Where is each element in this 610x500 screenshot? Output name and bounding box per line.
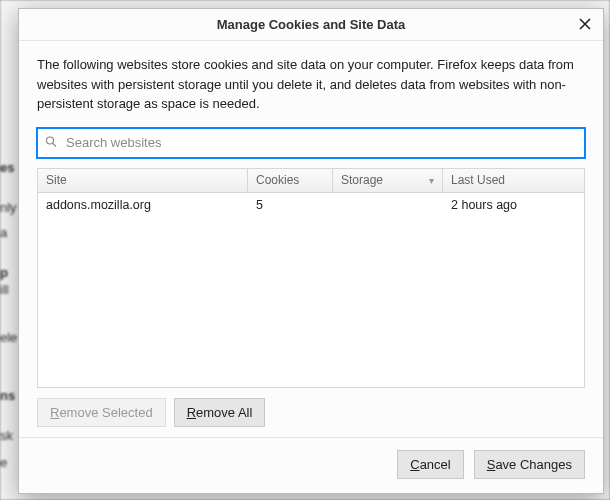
bg-text: ele xyxy=(0,330,17,345)
dialog-title: Manage Cookies and Site Data xyxy=(217,17,406,32)
search-container xyxy=(37,128,585,158)
remove-selected-button[interactable]: Remove Selected xyxy=(37,398,166,427)
bg-text: es xyxy=(0,160,14,175)
site-data-table: Site Cookies Storage▾ Last Used addons.m… xyxy=(37,168,585,389)
manage-cookies-dialog: Manage Cookies and Site Data The followi… xyxy=(18,8,604,494)
column-lastused[interactable]: Last Used xyxy=(443,169,584,192)
dialog-titlebar: Manage Cookies and Site Data xyxy=(19,9,603,41)
search-input[interactable] xyxy=(37,128,585,158)
column-cookies[interactable]: Cookies xyxy=(248,169,333,192)
dialog-content: The following websites store cookies and… xyxy=(19,41,603,437)
bg-text: a xyxy=(0,225,7,240)
column-storage[interactable]: Storage▾ xyxy=(333,169,443,192)
close-icon xyxy=(579,16,591,34)
column-label: Storage xyxy=(341,173,383,187)
close-button[interactable] xyxy=(573,13,597,37)
table-header: Site Cookies Storage▾ Last Used xyxy=(38,169,584,193)
bg-text: ill xyxy=(0,282,9,297)
bg-text: p xyxy=(0,265,8,280)
bg-text: sk xyxy=(0,428,13,443)
cell-cookies: 5 xyxy=(248,198,333,212)
column-site[interactable]: Site xyxy=(38,169,248,192)
bg-text: e xyxy=(0,455,7,470)
dialog-footer: Cancel Save Changes xyxy=(19,437,603,493)
dialog-description: The following websites store cookies and… xyxy=(37,55,585,114)
table-body: addons.mozilla.org 5 2 hours ago xyxy=(38,193,584,388)
column-label: Cookies xyxy=(256,173,299,187)
save-changes-button[interactable]: Save Changes xyxy=(474,450,585,479)
remove-all-button[interactable]: Remove All xyxy=(174,398,266,427)
cell-site: addons.mozilla.org xyxy=(38,198,248,212)
table-row[interactable]: addons.mozilla.org 5 2 hours ago xyxy=(38,193,584,217)
table-actions: Remove Selected Remove All xyxy=(37,398,585,427)
column-label: Last Used xyxy=(451,173,505,187)
cell-lastused: 2 hours ago xyxy=(443,198,584,212)
sort-indicator-icon: ▾ xyxy=(425,175,434,186)
cancel-button[interactable]: Cancel xyxy=(397,450,463,479)
bg-text: ns xyxy=(0,388,15,403)
bg-text: nly xyxy=(0,200,17,215)
column-label: Site xyxy=(46,173,67,187)
